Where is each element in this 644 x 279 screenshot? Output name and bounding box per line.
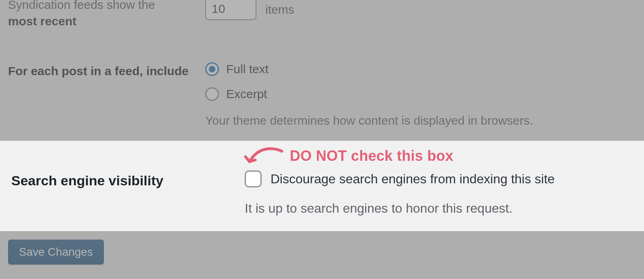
syndication-label-line1: Syndication feeds show the <box>8 0 155 11</box>
radio-excerpt-label: Excerpt <box>226 86 267 103</box>
syndication-label: Syndication feeds show the most recent <box>8 0 205 29</box>
feed-content-label: For each post in a feed, include <box>8 61 205 80</box>
radio-full-text-icon <box>205 62 219 76</box>
save-changes-button[interactable]: Save Changes <box>8 240 104 265</box>
row-feed-content: For each post in a feed, include Full te… <box>0 29 644 140</box>
search-engine-visibility-description: It is up to search engines to honor this… <box>245 201 633 216</box>
feed-content-controls: Full text Excerpt Your theme determines … <box>205 61 636 129</box>
settings-page: Syndication feeds show the most recent i… <box>0 0 644 279</box>
search-engine-visibility-controls: Discourage search engines from indexing … <box>245 141 633 216</box>
discourage-indexing-checkbox[interactable] <box>245 170 262 187</box>
discourage-indexing-option[interactable]: Discourage search engines from indexing … <box>245 170 633 187</box>
syndication-items-suffix: items <box>265 1 294 18</box>
radio-option-full-text[interactable]: Full text <box>205 61 636 78</box>
row-search-engine-visibility: Search engine visibility Discourage sear… <box>0 141 644 231</box>
discourage-indexing-label: Discourage search engines from indexing … <box>270 172 555 187</box>
syndication-items-input[interactable] <box>205 0 256 20</box>
submit-row: Save Changes <box>0 228 644 265</box>
feed-content-description: Your theme determines how content is dis… <box>205 112 636 129</box>
radio-excerpt-icon <box>205 87 219 101</box>
syndication-label-line2: most recent <box>8 14 76 28</box>
syndication-control: items <box>205 0 636 20</box>
radio-option-excerpt[interactable]: Excerpt <box>205 86 636 103</box>
radio-full-text-label: Full text <box>226 61 268 78</box>
search-engine-visibility-label: Search engine visibility <box>11 141 245 189</box>
row-syndication-feeds: Syndication feeds show the most recent i… <box>0 0 644 29</box>
